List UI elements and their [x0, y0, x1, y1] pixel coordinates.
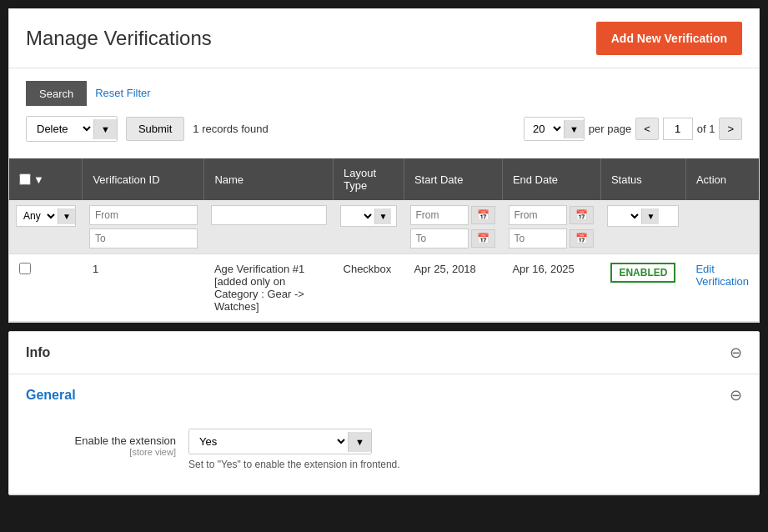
filter-status-dropdown[interactable]: ▼	[641, 208, 659, 224]
add-new-verification-button[interactable]: Add New Verification	[596, 22, 742, 55]
filter-status-cell: ▼	[600, 200, 685, 254]
of-label: of 1	[697, 123, 715, 135]
enable-hint: Set to "Yes" to enable the extension in …	[188, 459, 400, 470]
filter-any-select[interactable]: Any	[17, 206, 58, 226]
filter-end-date: 📅 📅	[509, 205, 594, 248]
filter-end-from-calendar[interactable]: 📅	[570, 206, 594, 224]
general-collapse-icon: ⊖	[730, 386, 742, 404]
col-checkbox: ▼	[9, 158, 83, 200]
row-layout-type: Checkbox	[334, 254, 404, 322]
verifications-table: ▼ Verification ID Name Layout Type Start…	[9, 158, 759, 322]
info-section: Info ⊖	[9, 332, 759, 374]
enable-dropdown-button[interactable]: ▼	[348, 432, 371, 452]
col-status: Status	[600, 158, 685, 200]
edit-link[interactable]: EditVerification	[695, 263, 749, 288]
filter-any: Any ▼	[9, 200, 83, 254]
general-body: Enable the extension [store view] Yes No…	[9, 416, 759, 494]
enable-field-control: Yes No ▼ Set to "Yes" to enable the exte…	[188, 429, 400, 470]
filter-end-cell: 📅 📅	[502, 200, 600, 254]
yes-no-wrapper: Yes No ▼	[188, 429, 372, 454]
page-header: Manage Verifications Add New Verificatio…	[9, 9, 759, 68]
row-checkbox[interactable]	[19, 263, 31, 274]
page-input[interactable]	[663, 118, 693, 140]
enable-label-text: Enable the extension	[75, 434, 176, 447]
general-section-title: General	[26, 388, 76, 403]
status-badge: ENABLED	[610, 263, 675, 283]
filter-status-wrapper: ▼	[607, 205, 679, 227]
search-reset-bar: Search Reset Filter	[26, 81, 742, 106]
filter-start-from-wrapper: 📅	[410, 205, 495, 225]
table-header-row: ▼ Verification ID Name Layout Type Start…	[9, 158, 759, 200]
header-checkbox-dropdown[interactable]: ▼	[33, 173, 44, 186]
info-collapse-icon: ⊖	[730, 344, 742, 362]
filter-id-cell	[83, 200, 204, 254]
filter-layout-select[interactable]	[341, 206, 374, 226]
filter-start-cell: 📅 📅	[404, 200, 502, 254]
filter-layout-dropdown[interactable]: ▼	[374, 208, 392, 224]
filter-start-from[interactable]	[410, 205, 469, 225]
filter-start-date: 📅 📅	[410, 205, 495, 248]
filter-any-wrapper: Any ▼	[16, 205, 76, 227]
action-select[interactable]: Delete	[27, 117, 93, 141]
enable-select[interactable]: Yes No	[189, 429, 348, 454]
col-name: Name	[204, 158, 334, 200]
filter-layout-cell: ▼	[334, 200, 404, 254]
filter-any-dropdown[interactable]: ▼	[58, 208, 75, 224]
row-checkbox-cell	[9, 254, 83, 322]
filter-id-to[interactable]	[89, 228, 198, 248]
filter-end-to-wrapper: 📅	[509, 228, 594, 248]
enable-field-label: Enable the extension [store view]	[26, 429, 176, 457]
submit-button[interactable]: Submit	[126, 117, 184, 141]
info-section-header[interactable]: Info ⊖	[9, 332, 759, 374]
actions-bar: Delete ▼ Submit 1 records found 20 30 50…	[26, 116, 742, 142]
per-page-wrapper: 20 30 50 ▼ per page < of 1 >	[524, 117, 742, 141]
col-action: Action	[685, 158, 759, 200]
filter-layout-wrapper: ▼	[340, 205, 398, 227]
col-start-date: Start Date	[404, 158, 502, 200]
col-layout-type: Layout Type	[334, 158, 404, 200]
prev-page-button[interactable]: <	[635, 118, 659, 140]
general-section: General ⊖ Enable the extension [store vi…	[9, 374, 759, 494]
filter-end-to[interactable]	[509, 228, 567, 248]
filter-end-from-wrapper: 📅	[509, 205, 594, 225]
filter-start-to-calendar[interactable]: 📅	[471, 229, 495, 248]
enable-sublabel: [store view]	[26, 447, 176, 457]
col-end-date: End Date	[502, 158, 600, 200]
filter-start-from-calendar[interactable]: 📅	[471, 206, 495, 224]
toolbar: Search Reset Filter Delete ▼ Submit 1 re…	[9, 68, 759, 158]
per-page-select-wrapper: 20 30 50 ▼	[524, 117, 585, 141]
table-row: 1 Age Verification #1 [added only on Cat…	[9, 254, 759, 322]
filter-start-to[interactable]	[410, 228, 469, 248]
search-button[interactable]: Search	[26, 81, 87, 106]
row-id: 1	[83, 254, 204, 322]
row-name: Age Verification #1 [added only on Categ…	[204, 254, 334, 322]
filter-status-select[interactable]	[608, 206, 641, 226]
row-start-date: Apr 25, 2018	[404, 254, 502, 322]
filter-action-cell	[685, 200, 759, 254]
filter-row: Any ▼ ▼	[9, 200, 759, 254]
filter-start-to-wrapper: 📅	[410, 228, 495, 248]
per-page-select[interactable]: 20 30 50	[525, 118, 564, 140]
general-section-header[interactable]: General ⊖	[9, 374, 759, 416]
next-page-button[interactable]: >	[719, 118, 742, 140]
col-verification-id: Verification ID	[83, 158, 204, 200]
filter-end-from[interactable]	[509, 205, 567, 225]
filter-name-cell	[204, 200, 334, 254]
row-status: ENABLED	[600, 254, 685, 322]
row-end-date: Apr 16, 2025	[502, 254, 600, 322]
row-action: EditVerification	[685, 254, 759, 322]
records-count: 1 records found	[193, 123, 268, 135]
per-page-dropdown-button[interactable]: ▼	[564, 120, 584, 138]
per-page-label: per page	[589, 123, 631, 135]
action-dropdown-button[interactable]: ▼	[93, 119, 117, 139]
header-checkbox[interactable]	[19, 173, 31, 185]
info-panel: Info ⊖ General ⊖ Enable the extension [s…	[8, 331, 760, 495]
enable-field-row: Enable the extension [store view] Yes No…	[26, 429, 742, 470]
filter-end-to-calendar[interactable]: 📅	[570, 229, 594, 248]
filter-name[interactable]	[211, 205, 327, 225]
action-select-wrapper: Delete ▼	[26, 116, 118, 142]
filter-id-from[interactable]	[89, 205, 198, 225]
info-section-title: Info	[26, 345, 50, 360]
reset-filter-button[interactable]: Reset Filter	[95, 81, 150, 106]
page-title: Manage Verifications	[26, 27, 212, 50]
